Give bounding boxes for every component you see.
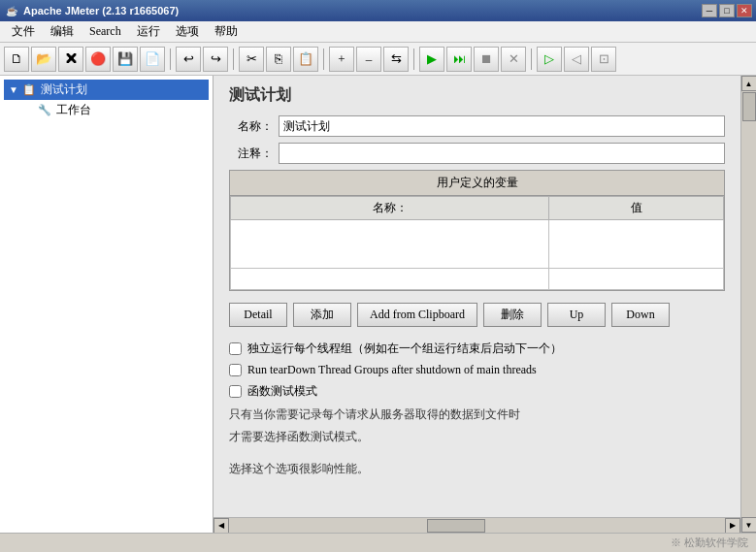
save-button[interactable]: 💾 [113, 47, 138, 72]
tree-item-label: 测试计划 [41, 81, 87, 98]
toolbar: 🗋 📂 🗙 🔴 💾 📄 ↩ ↪ ✂ ⎘ 📋 + – ⇆ ▶ ⏭ ⏹ ✕ ▷ ◁ … [0, 43, 756, 76]
h-scroll-right-button[interactable]: ▶ [725, 518, 740, 534]
teardown-checkbox[interactable] [229, 364, 242, 376]
cut-button[interactable]: ✂ [239, 47, 264, 72]
variables-table: 名称： 值 [230, 196, 724, 290]
expand-icon-2 [23, 105, 35, 116]
separator-4 [413, 49, 414, 70]
menu-search[interactable]: Search [82, 22, 129, 41]
h-scrollbar: ◀ ▶ [214, 517, 740, 533]
menu-bar: 文件 编辑 Search 运行 选项 帮助 [0, 21, 756, 43]
teardown-label: Run tearDown Thread Groups after shutdow… [247, 363, 537, 377]
workbench-icon: 🔧 [37, 103, 52, 118]
menu-edit[interactable]: 编辑 [43, 21, 82, 42]
title-bar: ☕ Apache JMeter (2.13 r1665067) ─ □ ✕ [0, 0, 756, 21]
table-cell-name-2 [231, 269, 549, 290]
description-1: 只有当你需要记录每个请求从服务器取得的数据到文件时 [229, 406, 725, 424]
redo-button[interactable]: ↪ [203, 47, 228, 72]
add-clipboard-button[interactable]: Add from Clipboard [357, 303, 477, 327]
v-scrollbar: ▲ ▼ [740, 76, 756, 533]
scroll-track[interactable] [741, 91, 756, 517]
menu-options[interactable]: 选项 [168, 21, 207, 42]
stop-button[interactable]: ⏹ [474, 47, 499, 72]
col-value: 值 [549, 197, 724, 220]
name-row: 名称： [229, 115, 725, 137]
save-recording-button[interactable]: 🔴 [85, 47, 111, 72]
scroll-down-button[interactable]: ▼ [741, 517, 757, 533]
tree-item-workbench[interactable]: 🔧 工作台 [4, 100, 209, 120]
main-wrapper: ▼ 📋 测试计划 🔧 工作台 测试计划 名称： [0, 76, 756, 552]
panel-title: 测试计划 [229, 85, 725, 106]
content-row: ▼ 📋 测试计划 🔧 工作台 测试计划 名称： [0, 76, 756, 533]
separator-5 [531, 49, 532, 70]
description-2: 才需要选择函数测试模式。 [229, 428, 725, 446]
remote-start-button[interactable]: ▷ [537, 47, 562, 72]
right-panel: 测试计划 名称： 注释： 用户定义的变量 [214, 76, 740, 533]
open-button[interactable]: 📂 [31, 47, 56, 72]
checkbox-teardown: Run tearDown Thread Groups after shutdow… [229, 363, 725, 377]
run-button[interactable]: ▶ [419, 47, 444, 72]
description-4: 选择这个选项很影响性能。 [229, 460, 725, 478]
functional-mode-checkbox[interactable] [229, 385, 242, 398]
action-buttons: Detail 添加 Add from Clipboard 删除 Up Down [229, 299, 725, 331]
name-input[interactable] [279, 115, 725, 137]
remote-stop-button[interactable]: ◁ [564, 47, 589, 72]
paste-button[interactable]: 📋 [293, 47, 318, 72]
down-button[interactable]: Down [611, 303, 670, 327]
table-row [231, 220, 724, 269]
menu-run[interactable]: 运行 [129, 21, 168, 42]
add-button[interactable]: 添加 [293, 303, 351, 327]
menu-help[interactable]: 帮助 [207, 21, 246, 42]
independent-run-label: 独立运行每个线程组（例如在一个组运行结束后启动下一个） [247, 341, 562, 357]
maximize-button[interactable]: □ [719, 4, 735, 17]
scroll-thumb [742, 92, 756, 121]
delete-button[interactable]: 删除 [483, 303, 542, 327]
checkbox-functional: 函数测试模式 [229, 383, 725, 400]
shutdown-button[interactable]: ✕ [501, 47, 526, 72]
collapse-button[interactable]: – [356, 47, 381, 72]
variables-section: 用户定义的变量 名称： 值 [229, 170, 725, 291]
table-row-2 [231, 269, 724, 290]
comment-input[interactable] [279, 143, 725, 164]
table-cell-value-2 [549, 269, 724, 290]
checkbox-independent: 独立运行每个线程组（例如在一个组运行结束后启动下一个） [229, 341, 725, 357]
test-plan-icon: 📋 [21, 82, 37, 98]
h-scroll-left-button[interactable]: ◀ [214, 518, 229, 534]
h-scroll-track[interactable] [229, 518, 725, 533]
content-area: 测试计划 名称： 注释： 用户定义的变量 [214, 76, 740, 517]
name-label: 名称： [229, 118, 273, 135]
remote-shutdown-button[interactable]: ⊡ [591, 47, 616, 72]
app-title: Apache JMeter (2.13 r1665067) [23, 5, 702, 16]
col-name: 名称： [231, 197, 549, 220]
status-bar: ※ 松勤软件学院 [0, 533, 756, 552]
up-button[interactable]: Up [547, 303, 606, 327]
separator-2 [233, 49, 234, 70]
new-button[interactable]: 🗋 [4, 47, 29, 72]
expand-icon: ▼ [8, 84, 19, 96]
start-no-pause-button[interactable]: ⏭ [446, 47, 472, 72]
table-cell-value [549, 220, 724, 269]
undo-button[interactable]: ↩ [176, 47, 201, 72]
close-template-button[interactable]: 🗙 [58, 47, 83, 72]
close-button[interactable]: ✕ [737, 4, 752, 17]
h-scroll-thumb [427, 519, 485, 533]
scroll-up-button[interactable]: ▲ [741, 76, 757, 91]
window-controls: ─ □ ✕ [702, 4, 752, 17]
expand-button[interactable]: + [329, 47, 354, 72]
functional-mode-label: 函数测试模式 [247, 383, 317, 400]
separator-1 [170, 49, 171, 70]
tree-item-test-plan[interactable]: ▼ 📋 测试计划 [4, 80, 209, 100]
save-as-button[interactable]: 📄 [140, 47, 165, 72]
independent-run-checkbox[interactable] [229, 342, 242, 355]
copy-button[interactable]: ⎘ [266, 47, 291, 72]
minimize-button[interactable]: ─ [702, 4, 717, 17]
variables-header: 用户定义的变量 [230, 171, 724, 196]
toggle-button[interactable]: ⇆ [383, 47, 409, 72]
right-content-wrapper: 测试计划 名称： 注释： 用户定义的变量 [214, 76, 756, 533]
menu-file[interactable]: 文件 [4, 21, 43, 42]
comment-label: 注释： [229, 146, 273, 162]
separator-3 [323, 49, 324, 70]
detail-button[interactable]: Detail [229, 303, 287, 327]
watermark-text: ※ 松勤软件学院 [671, 536, 748, 550]
table-cell-name [231, 220, 549, 269]
